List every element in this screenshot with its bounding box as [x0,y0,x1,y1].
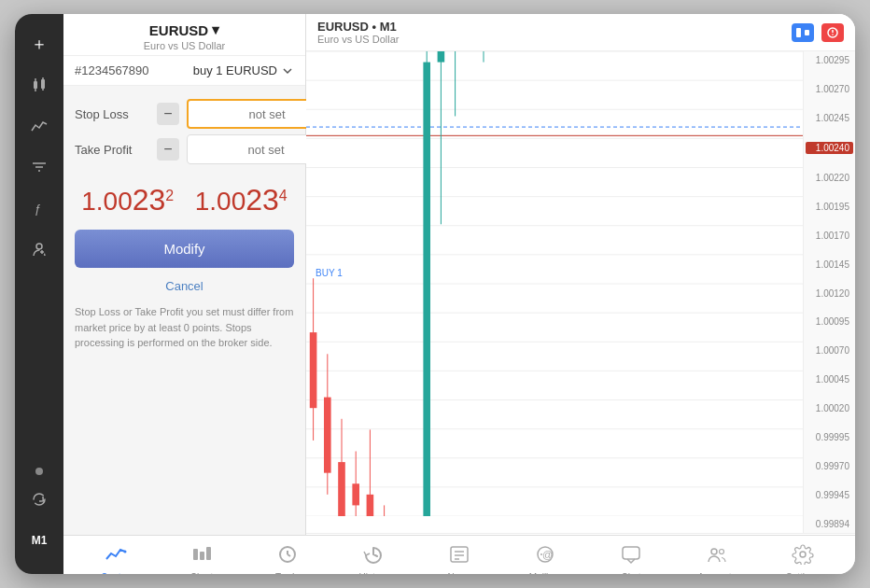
mailbox-label: Mailbox [529,572,561,574]
buy-price-box: 1.00234 [189,185,295,215]
svg-rect-21 [200,552,204,560]
svg-point-18 [832,34,834,35]
price-tick: 0.99995 [806,432,853,442]
chart-area: EURUSD • M1 Euro vs US Dollar [306,14,855,535]
person-icon[interactable] [22,232,56,266]
price-tick: 1.00045 [806,374,853,385]
trade-icon [276,544,299,570]
price-tick-highlight: 1.00240 [806,142,853,154]
sell-sup: 2 [165,188,174,203]
refresh-icon[interactable] [22,483,56,516]
nav-trade[interactable]: Trade [260,544,316,574]
dollar-icon[interactable]: ƒ [22,191,56,225]
sell-price: 1.00232 [75,185,181,215]
account-number: #1234567890 [75,63,149,77]
filter-icon[interactable] [22,150,56,184]
chat-icon [620,544,642,570]
cancel-link[interactable]: Cancel [63,275,305,301]
svg-rect-0 [34,81,37,89]
symbol-subtitle: Euro vs US Dollar [75,40,294,51]
take-profit-row: Take Profit − + [75,134,294,164]
price-tick: 1.00020 [806,403,853,413]
chart-icon-red[interactable] [821,23,844,42]
candle-icon[interactable] [22,68,56,102]
take-profit-label: Take Profit [75,143,149,157]
stop-loss-minus-button[interactable]: − [157,103,179,125]
svg-point-10 [36,244,42,249]
chart-header: EURUSD • M1 Euro vs US Dollar [306,14,855,51]
chart-action-icons [792,23,844,42]
accounts-label: Accounts [697,572,736,574]
modify-button[interactable]: Modify [75,230,294,268]
sell-main: 23 [133,183,166,217]
chart-nav-icon [190,544,213,570]
svg-rect-33 [623,547,639,559]
price-tick: 1.00170 [806,231,853,241]
trade-label: Trade [275,572,300,574]
candlestick-chart [306,51,803,516]
stop-loss-row: Stop Loss − + [75,99,294,129]
nav-mailbox[interactable]: @ Mailbox [517,544,573,574]
sidebar: ＋ ƒ [15,14,63,574]
quotes-label: Quotes [101,572,131,574]
chart-icon-blue[interactable] [792,23,814,42]
chart-subtitle: Euro vs US Dollar [317,34,399,45]
price-tick: 1.00095 [806,316,853,327]
sell-price-box: 1.00232 [75,185,181,215]
time-axis: 7 Nov 18:40 7 Nov 18:56 7 Nov 19:12 7 No… [306,533,855,535]
svg-line-25 [288,554,290,556]
price-tick: 1.00220 [806,173,853,183]
chart-canvas-wrapper: 1.00295 1.00270 1.00245 1.00240 1.00220 … [306,51,855,533]
news-icon [448,544,470,570]
price-tick: 1.00070 [806,345,853,356]
buy-prefix: 1.00 [195,187,246,216]
price-tick: 0.99970 [806,461,853,471]
account-selector[interactable]: #1234567890 buy 1 EURUSD [63,56,305,86]
symbol-title: EURUSD▾ [75,21,294,38]
buy-main: 23 [246,183,279,217]
take-profit-minus-button[interactable]: − [157,138,179,161]
order-header: EURUSD▾ Euro vs US Dollar [63,14,305,56]
nav-accounts[interactable]: Accounts [689,544,745,574]
order-type-label: buy 1 EURUSD [193,63,277,77]
svg-rect-20 [193,549,198,560]
price-display: 1.00232 1.00234 [63,177,305,222]
sidebar-dot [35,468,43,475]
price-tick: 1.00295 [806,55,853,65]
svg-point-19 [124,551,127,553]
svg-point-35 [720,550,724,554]
mailbox-icon: @ [534,544,556,570]
plus-icon[interactable]: ＋ [22,27,56,61]
svg-text:ƒ: ƒ [35,202,41,216]
price-tick: 1.00270 [806,84,853,94]
price-axis: 1.00295 1.00270 1.00245 1.00240 1.00220 … [803,51,855,533]
svg-rect-1 [41,79,45,89]
history-icon [362,544,385,570]
line-chart-icon[interactable] [22,109,56,143]
chart-title: EURUSD • M1 [317,20,399,34]
nav-settings[interactable]: Settings [775,544,831,574]
nav-chart[interactable]: Chart [174,544,230,574]
price-tick: 0.99894 [806,519,853,529]
nav-history[interactable]: History [345,544,401,574]
nav-quotes[interactable]: Quotes [88,544,144,574]
buy-sup: 4 [279,188,288,203]
stop-loss-label: Stop Loss [75,107,149,121]
buy1-label: BUY 1 [316,268,343,278]
svg-rect-15 [805,30,809,35]
settings-icon [792,544,814,570]
sl-tp-section: Stop Loss − + Take Profit − + [63,86,305,177]
order-panel: EURUSD▾ Euro vs US Dollar #1234567890 bu… [63,14,306,535]
m1-label[interactable]: M1 [22,524,56,557]
settings-label: Settings [786,572,820,574]
bottom-navigation: Quotes Chart Trade History [63,535,855,574]
nav-chat[interactable]: Chat [603,544,659,574]
price-tick: 1.00195 [806,202,853,212]
svg-text:@: @ [542,549,553,560]
nav-news[interactable]: News [431,544,487,574]
order-type-dropdown[interactable]: buy 1 EURUSD [193,63,294,77]
history-label: History [358,572,387,574]
quotes-icon [105,544,127,570]
price-tick: 1.00245 [806,113,853,123]
symbol-name: EURUSD [149,22,208,38]
